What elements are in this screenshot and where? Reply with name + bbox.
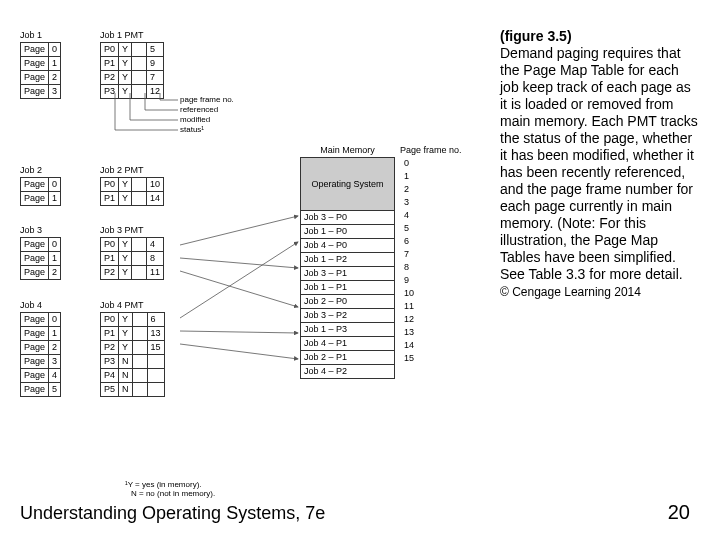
mm-table: Operating System Job 3 – P0 Job 1 – P0 J… <box>300 157 395 379</box>
svg-line-5 <box>180 344 298 359</box>
footnote: ¹Y = yes (in memory). N = no (not in mem… <box>125 480 215 498</box>
pmt3-table: P0Y4 P1Y8 P2Y11 <box>100 237 164 280</box>
pmt2-table: P0Y10 P1Y14 <box>100 177 164 206</box>
job1-label: Job 1 <box>20 30 61 40</box>
job4-table: Page0 Page1 Page2 Page3 Page4 Page5 <box>20 312 61 397</box>
pmt3-label: Job 3 PMT <box>100 225 164 235</box>
pmt1-label: Job 1 PMT <box>100 30 164 40</box>
footer-title: Understanding Operating Systems, 7e <box>20 503 325 524</box>
pfn-label: Page frame no. <box>400 145 462 155</box>
svg-line-1 <box>180 258 298 268</box>
pfn-nums: 0123 4567 891011 12131415 <box>400 157 462 365</box>
pmt1-table: P0Y5 P1Y9 P2Y7 P3Y12 <box>100 42 164 99</box>
svg-line-2 <box>180 271 298 307</box>
figure-caption: (figure 3.5) Demand paging requires that… <box>500 28 700 301</box>
caption-copyright: © Cengage Learning 2014 <box>500 285 641 299</box>
pmt4-label: Job 4 PMT <box>100 300 165 310</box>
caption-title: (figure 3.5) <box>500 28 572 44</box>
svg-line-4 <box>180 331 298 333</box>
col-annot: page frame no. referenced modified statu… <box>180 95 234 135</box>
job3-table: Page0 Page1 Page2 <box>20 237 61 280</box>
page-number: 20 <box>668 501 690 524</box>
job2-table: Page0 Page1 <box>20 177 61 206</box>
job4-label: Job 4 <box>20 300 61 310</box>
job2-label: Job 2 <box>20 165 61 175</box>
job1-table: Page0 Page1 Page2 Page3 <box>20 42 61 99</box>
svg-line-3 <box>180 242 298 318</box>
pmt4-table: P0Y6 P1Y13 P2Y15 P3N P4N P5N <box>100 312 165 397</box>
svg-line-0 <box>180 216 298 245</box>
mm-label: Main Memory <box>300 145 395 155</box>
pmt2-label: Job 2 PMT <box>100 165 164 175</box>
caption-body: Demand paging requires that the Page Map… <box>500 45 698 282</box>
job3-label: Job 3 <box>20 225 61 235</box>
